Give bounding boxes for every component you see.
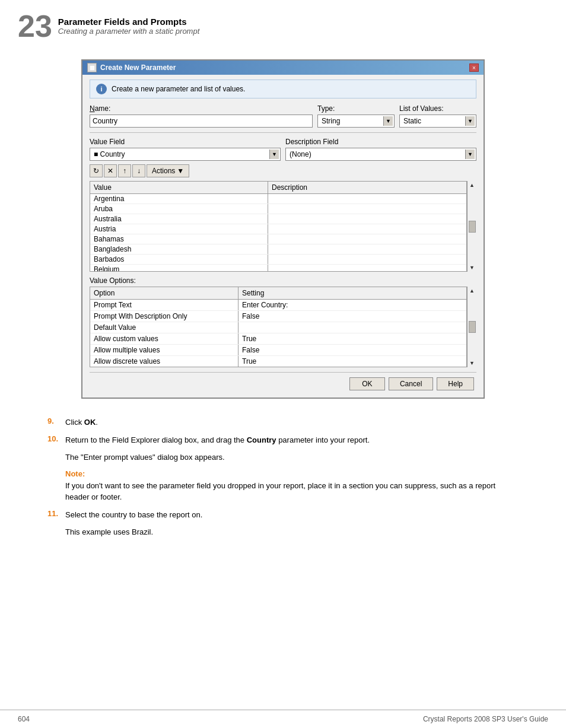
help-button[interactable]: Help bbox=[437, 377, 474, 390]
ok-button[interactable]: OK bbox=[349, 377, 385, 390]
description-field-select[interactable]: (None) ▼ bbox=[285, 148, 476, 161]
options-scroll-down[interactable]: ▼ bbox=[469, 360, 475, 366]
table-row[interactable]: Austria bbox=[90, 224, 466, 234]
page-header: 23 Parameter Fields and Prompts Creating… bbox=[0, 0, 566, 47]
value-field-select[interactable]: ■ Country ▼ bbox=[90, 148, 281, 161]
table-row[interactable]: Belgium bbox=[90, 265, 466, 271]
chapter-text: Parameter Fields and Prompts Creating a … bbox=[58, 11, 199, 36]
scroll-up-arrow[interactable]: ▲ bbox=[469, 182, 475, 188]
values-table-header: Value Description bbox=[90, 182, 466, 194]
name-type-row: Name: Type: String ▼ List of Values: Sta… bbox=[90, 104, 476, 128]
listofvalues-select[interactable]: Static ▼ bbox=[399, 115, 476, 128]
name-group: Name: bbox=[90, 104, 313, 128]
name-label: Name: bbox=[90, 104, 313, 113]
table-row[interactable]: Barbados bbox=[90, 255, 466, 265]
options-row[interactable]: Allow custom values True bbox=[90, 333, 466, 345]
scroll-thumb[interactable] bbox=[469, 221, 476, 233]
value-cell: Bahamas bbox=[90, 234, 268, 244]
value-cell: Argentina bbox=[90, 194, 268, 204]
description-cell bbox=[268, 234, 466, 244]
option-cell: Allow custom values bbox=[90, 333, 239, 344]
options-row[interactable]: Allow multiple values False bbox=[90, 345, 466, 356]
col-description-header: Description bbox=[268, 182, 466, 193]
step-10-number: 10. bbox=[47, 434, 61, 443]
actions-dropdown[interactable]: Actions ▼ bbox=[147, 164, 189, 177]
dialog-body: i Create a new parameter and list of val… bbox=[82, 75, 484, 398]
type-select-value: String bbox=[319, 117, 383, 125]
options-scroll-up[interactable]: ▲ bbox=[469, 288, 475, 294]
scroll-down-arrow[interactable]: ▼ bbox=[469, 265, 475, 271]
dialog-titlebar-left: ▦ Create New Parameter bbox=[87, 63, 176, 72]
table-row[interactable]: Aruba bbox=[90, 204, 466, 214]
value-field-group: Value Field ■ Country ▼ bbox=[90, 138, 281, 161]
options-row[interactable]: Prompt Text Enter Country: bbox=[90, 300, 466, 311]
dialog-titlebar: ▦ Create New Parameter × bbox=[82, 61, 484, 75]
values-scrollbar[interactable]: ▲ ▼ bbox=[467, 181, 476, 272]
table-row[interactable]: Bahamas bbox=[90, 234, 466, 244]
page-footer: 604 Crystal Reports 2008 SP3 User's Guid… bbox=[0, 710, 566, 728]
move-down-button[interactable]: ↓ bbox=[132, 164, 145, 177]
value-cell: Belgium bbox=[90, 265, 268, 271]
col-setting-header: Setting bbox=[239, 287, 466, 299]
description-cell bbox=[268, 244, 466, 254]
step-9-bold: OK bbox=[84, 418, 96, 427]
close-button[interactable]: × bbox=[469, 63, 479, 72]
step-10-bold: Country bbox=[247, 435, 276, 444]
plain-text-1: The "Enter prompt values" dialog box app… bbox=[65, 452, 519, 463]
listofvalues-select-value: Static bbox=[401, 117, 465, 125]
table-row[interactable]: Australia bbox=[90, 214, 466, 224]
col-value-header: Value bbox=[90, 182, 268, 193]
delete-button[interactable]: ✕ bbox=[104, 164, 117, 177]
options-row[interactable]: Prompt With Description Only False bbox=[90, 311, 466, 322]
type-label: Type: bbox=[317, 104, 395, 113]
description-field-label: Description Field bbox=[285, 138, 476, 146]
step-9: 9. Click OK. bbox=[47, 417, 519, 428]
move-up-button[interactable]: ↑ bbox=[118, 164, 131, 177]
options-table-header: Option Setting bbox=[90, 287, 466, 300]
options-row[interactable]: Default Value bbox=[90, 322, 466, 333]
step-11: 11. Select the country to base the repor… bbox=[47, 509, 519, 521]
value-cell: Australia bbox=[90, 214, 268, 224]
content-area: 9. Click OK. 10. Return to the Field Exp… bbox=[0, 411, 566, 556]
table-row[interactable]: Bangladesh bbox=[90, 244, 466, 255]
actions-label: Actions bbox=[152, 167, 175, 175]
value-field-text: Country bbox=[100, 150, 125, 158]
listofvalues-label: List of Values: bbox=[399, 104, 476, 113]
options-row[interactable]: Allow discrete values True bbox=[90, 356, 466, 367]
cancel-button[interactable]: Cancel bbox=[389, 377, 433, 390]
description-field-arrow: ▼ bbox=[465, 150, 475, 159]
options-scrollbar[interactable]: ▲ ▼ bbox=[467, 287, 476, 367]
info-icon: i bbox=[96, 84, 107, 94]
type-select[interactable]: String ▼ bbox=[317, 115, 395, 128]
options-scroll-thumb[interactable] bbox=[469, 321, 476, 333]
value-field-label: Value Field bbox=[90, 138, 281, 146]
setting-cell: False bbox=[239, 311, 466, 322]
setting-cell: Enter Country: bbox=[239, 300, 466, 310]
value-cell: Austria bbox=[90, 224, 268, 234]
col-option-header: Option bbox=[90, 287, 239, 299]
setting-cell: True bbox=[239, 333, 466, 344]
chapter-number: 23 bbox=[18, 11, 52, 42]
listofvalues-group: List of Values: Static ▼ bbox=[399, 104, 476, 128]
listofvalues-select-arrow: ▼ bbox=[465, 116, 475, 126]
chapter-title: Parameter Fields and Prompts bbox=[58, 17, 199, 27]
divider-1 bbox=[90, 132, 476, 133]
info-text: Create a new parameter and list of value… bbox=[112, 85, 245, 93]
description-field-group: Description Field (None) ▼ bbox=[285, 138, 476, 161]
value-cell: Aruba bbox=[90, 204, 268, 214]
option-cell: Prompt With Description Only bbox=[90, 311, 239, 322]
toolbar: ↻ ✕ ↑ ↓ Actions ▼ bbox=[90, 164, 476, 177]
add-button[interactable]: ↻ bbox=[90, 164, 103, 177]
country-icon: ■ bbox=[94, 150, 98, 158]
option-cell: Default Value bbox=[90, 322, 239, 333]
value-description-row: Value Field ■ Country ▼ Description Fiel… bbox=[90, 138, 476, 161]
description-cell bbox=[268, 224, 466, 234]
table-row[interactable]: Argentina bbox=[90, 194, 466, 204]
dialog-app-icon: ▦ bbox=[87, 63, 97, 72]
option-cell: Allow discrete values bbox=[90, 356, 239, 367]
name-input[interactable] bbox=[90, 115, 313, 128]
description-cell bbox=[268, 255, 466, 264]
note-block: Note: If you don't want to see the param… bbox=[65, 469, 519, 503]
dialog-buttons: OK Cancel Help bbox=[90, 372, 476, 393]
options-table-wrapper: Option Setting Prompt Text Enter Country… bbox=[90, 287, 476, 367]
